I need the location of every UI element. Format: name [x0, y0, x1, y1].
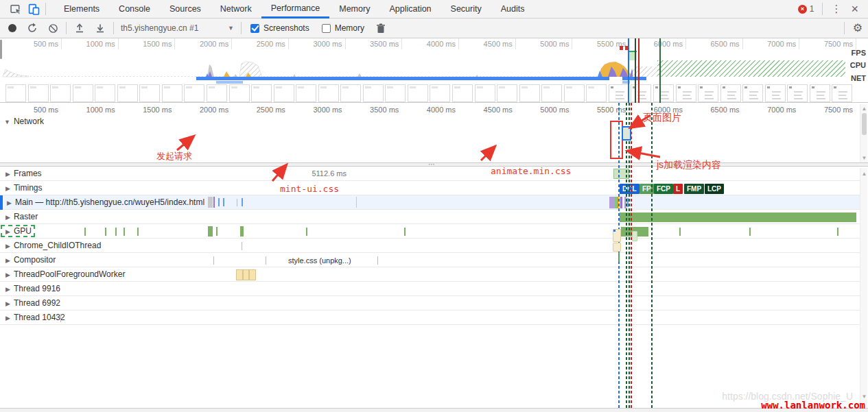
- network-section-toggle[interactable]: ▼Network: [4, 117, 44, 126]
- screenshot-thumbnail-blank[interactable]: [117, 84, 138, 102]
- overview-ruler-label: 6500 ms: [686, 40, 740, 48]
- threadpool-task: [236, 269, 243, 280]
- screenshot-thumbnail-blank[interactable]: [296, 84, 316, 102]
- screenshot-thumbnail-blank[interactable]: [73, 84, 93, 102]
- inspect-element-icon[interactable]: [7, 1, 25, 17]
- screenshots-checkbox[interactable]: Screenshots: [250, 23, 309, 33]
- screenshot-thumbnail-blank[interactable]: [452, 84, 473, 102]
- screenshot-thumbnail-blank[interactable]: [519, 84, 540, 102]
- network-request-block[interactable]: [632, 231, 637, 241]
- load-marker-line: [631, 103, 632, 408]
- memory-checkbox[interactable]: Memory: [322, 23, 364, 33]
- track-compositor[interactable]: ▶Compositor: [0, 253, 860, 267]
- screenshot-thumbnail-blank[interactable]: [340, 84, 361, 102]
- screenshot-thumbnail-blank[interactable]: [430, 84, 450, 102]
- screenshot-thumbnail-blank[interactable]: [385, 84, 406, 102]
- track-timings[interactable]: ▶Timings DCL FP FCP L FMP LCP: [0, 181, 860, 195]
- screenshot-thumbnail-blank[interactable]: [50, 84, 71, 102]
- raster-activity-bar[interactable]: [620, 213, 856, 222]
- scroll-up-icon[interactable]: ▲: [860, 171, 868, 177]
- reload-and-profile-icon[interactable]: [24, 20, 40, 36]
- capture-settings-icon[interactable]: ⚙: [853, 21, 863, 34]
- garbage-collect-icon[interactable]: [373, 20, 389, 36]
- tab-network[interactable]: Network: [211, 0, 261, 19]
- load-profile-icon[interactable]: [71, 20, 88, 36]
- screenshot-thumbnail-content[interactable]: [810, 84, 830, 102]
- clear-icon[interactable]: [45, 20, 61, 36]
- screenshot-thumbnail-content[interactable]: [720, 84, 741, 102]
- screenshot-thumbnail-blank[interactable]: [408, 84, 428, 102]
- scroll-down-icon[interactable]: ▼: [860, 155, 868, 161]
- track-frames[interactable]: ▶Frames 5112.6 ms: [0, 167, 860, 181]
- screenshot-thumbnail-blank[interactable]: [28, 84, 49, 102]
- track-threadpool[interactable]: ▶ThreadPoolForegroundWorker: [0, 267, 860, 282]
- track-gpu[interactable]: ▶GPU: [0, 224, 860, 239]
- screenshot-thumbnail-blank[interactable]: [274, 84, 294, 102]
- fps-drop-marker: [620, 46, 623, 50]
- network-scrollbar[interactable]: ▲ ▼: [860, 104, 867, 162]
- screenshot-thumbnail-content[interactable]: [631, 84, 651, 102]
- track-thread-10432[interactable]: ▶Thread 10432: [0, 311, 860, 325]
- track-thread-9916[interactable]: ▶Thread 9916: [0, 282, 860, 296]
- screenshot-thumbnail-blank[interactable]: [251, 84, 272, 102]
- tab-application[interactable]: Application: [379, 0, 441, 19]
- network-request-block[interactable]: [613, 243, 621, 252]
- ruler-tick: [742, 38, 743, 49]
- tab-sources[interactable]: Sources: [160, 0, 211, 19]
- main-activity: [208, 197, 213, 208]
- triangle-right-icon: ▶: [5, 185, 10, 192]
- screenshot-thumbnail-blank[interactable]: [139, 84, 160, 102]
- screenshot-thumbnail-blank[interactable]: [363, 84, 384, 102]
- screenshot-thumbnail-content[interactable]: [742, 84, 763, 102]
- tracks-scrollbar[interactable]: ▲ ▼: [860, 168, 867, 408]
- gpu-activity: [124, 228, 125, 236]
- net-lane-label: NET: [851, 74, 866, 82]
- scroll-down-icon[interactable]: ▼: [860, 393, 868, 400]
- scrollbar-thumb[interactable]: [862, 113, 867, 135]
- device-toolbar-icon[interactable]: [25, 1, 43, 17]
- screenshot-thumbnail-blank[interactable]: [162, 84, 183, 102]
- ruler-tick: [572, 38, 572, 49]
- tab-performance[interactable]: Performance: [261, 0, 330, 19]
- tab-elements[interactable]: Elements: [54, 0, 109, 19]
- tab-console[interactable]: Console: [109, 0, 160, 19]
- screenshot-thumbnail-blank[interactable]: [497, 84, 517, 102]
- screenshot-thumbnail-blank[interactable]: [95, 84, 115, 102]
- track-chrome-childiothread[interactable]: ▶Chrome_ChildIOThread: [0, 239, 860, 253]
- screenshot-thumbnail-blank[interactable]: [207, 84, 227, 102]
- main-activity: [620, 197, 622, 208]
- save-profile-icon[interactable]: [92, 20, 108, 36]
- screenshot-thumbnail-blank[interactable]: [586, 84, 607, 102]
- tab-audits[interactable]: Audits: [491, 0, 535, 19]
- record-button[interactable]: [8, 24, 16, 32]
- lcp-marker-line: [651, 103, 653, 408]
- track-thread-6992[interactable]: ▶Thread 6992: [0, 296, 860, 311]
- screenshot-thumbnail-blank[interactable]: [184, 84, 204, 102]
- screenshot-thumbnail-blank[interactable]: [564, 84, 585, 102]
- tab-memory[interactable]: Memory: [329, 0, 379, 19]
- screenshot-thumbnail-content[interactable]: [653, 84, 674, 102]
- profile-select[interactable]: th5.yishengyue.cn #1 ▼: [121, 23, 234, 33]
- bottom-resize-strip[interactable]: [0, 408, 868, 412]
- screenshot-thumbnail-blank[interactable]: [5, 84, 26, 102]
- tab-security[interactable]: Security: [441, 0, 491, 19]
- screenshot-thumbnail-blank[interactable]: [318, 84, 339, 102]
- screenshot-thumbnail-content[interactable]: [765, 84, 786, 102]
- screenshot-thumbnail-content[interactable]: [832, 84, 852, 102]
- screenshot-thumbnail-content[interactable]: [609, 84, 629, 102]
- track-main[interactable]: ▶Main — http://th5.yishengyue.cn/wuyeH5/…: [0, 195, 860, 210]
- track-raster[interactable]: ▶Raster: [0, 210, 860, 224]
- screenshot-thumbnail-blank[interactable]: [475, 84, 495, 102]
- screenshot-thumbnail-content[interactable]: [787, 84, 808, 102]
- screenshot-thumbnail-content[interactable]: [676, 84, 696, 102]
- screenshot-thumbnail-content[interactable]: [698, 84, 718, 102]
- screenshot-thumbnail-blank[interactable]: [541, 84, 562, 102]
- network-request-block[interactable]: [613, 229, 621, 242]
- network-request-stylecss[interactable]: style.css (unpkg...): [285, 255, 355, 265]
- error-badge-icon[interactable]: ×: [798, 5, 807, 14]
- close-devtools-icon[interactable]: ×: [847, 3, 863, 15]
- more-options-icon[interactable]: ⋮: [825, 3, 847, 15]
- overview-left-handle[interactable]: [0, 40, 2, 59]
- scroll-up-icon[interactable]: ▲: [860, 106, 868, 112]
- screenshot-thumbnail-blank[interactable]: [229, 84, 250, 102]
